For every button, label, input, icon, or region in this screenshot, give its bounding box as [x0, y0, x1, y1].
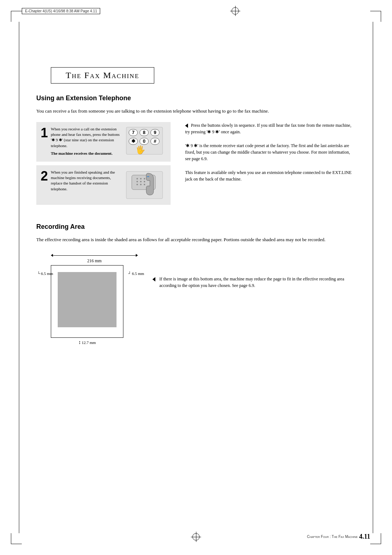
- svg-text:🖐: 🖐: [135, 145, 146, 155]
- left-bracket: └: [37, 271, 40, 276]
- left-border-line: [19, 22, 19, 533]
- right-note-3: This feature is available only when you …: [185, 169, 356, 182]
- diagram-right: If there is image at this bottom area, t…: [152, 254, 356, 289]
- page: E-Chapter 4(US) 4/16/98 8:38 AM Page 4.1…: [0, 0, 392, 555]
- recording-outer-box: └ 6.5 mm ┘ 6.5 mm ↕ 12.7 mm: [51, 265, 123, 338]
- svg-point-19: [136, 181, 138, 182]
- title-container: The Fax Machine: [36, 42, 370, 84]
- step-1-note: The machine receives the document.: [51, 151, 120, 156]
- svg-text:7: 7: [132, 130, 134, 135]
- right-border-line: [373, 22, 373, 533]
- footer-right: Chapter Four : The Fax Machine 4.11: [307, 533, 370, 540]
- keypad-svg: 7 8 9 ✱ 0: [124, 126, 164, 157]
- svg-point-24: [144, 184, 145, 185]
- step-2-row: 2 When you are finished speaking and the…: [41, 170, 166, 200]
- recording-intro: The effective recording area is inside t…: [36, 236, 356, 243]
- svg-point-16: [136, 178, 138, 179]
- svg-point-22: [136, 184, 138, 185]
- right-note-2: '✱ 9 ✱' is the remote receive start code…: [185, 142, 356, 162]
- right-bracket: ┘: [128, 271, 131, 276]
- bottom-dim-label: ↕ 12.7 mm: [78, 340, 96, 345]
- svg-point-20: [140, 181, 142, 182]
- corner-mark-top-right: [370, 11, 381, 22]
- step-1-box: 1 When you receive a call on the extensi…: [36, 122, 171, 162]
- title-box: The Fax Machine: [51, 67, 154, 84]
- svg-text:8: 8: [143, 130, 145, 135]
- footer-page-number: 4.11: [359, 533, 370, 540]
- header-text: E-Chapter 4(US) 4/16/98 8:38 AM Page 4.1…: [22, 8, 100, 14]
- recording-diagram: 216 mm └ 6.5 mm: [36, 254, 356, 338]
- step-2-box: 2 When you are finished speaking and the…: [36, 165, 171, 205]
- step-2-text: When you are finished speaking and the m…: [51, 170, 120, 192]
- corner-mark-bottom-left: [11, 533, 22, 544]
- diagram-note: If there is image at this bottom area, t…: [152, 276, 356, 289]
- page-footer: Chapter Four : The Fax Machine 4.11: [22, 533, 370, 540]
- bottom-tick: ↕: [78, 340, 81, 345]
- footer-center: [192, 533, 200, 540]
- step-2-text-col: When you are finished speaking and the m…: [51, 170, 120, 200]
- svg-point-18: [144, 178, 145, 179]
- step-2-image: [123, 170, 166, 200]
- header-center: [100, 7, 370, 15]
- recording-section: Recording Area The effective recording a…: [36, 223, 356, 338]
- svg-text:9: 9: [154, 130, 156, 135]
- step-2-number: 2: [41, 170, 48, 200]
- footer-chapter-text: Chapter Four : The Fax Machine: [307, 535, 358, 539]
- svg-text:✱: ✱: [131, 138, 135, 144]
- step-1-text: When you receive a call on the extension…: [51, 126, 120, 149]
- recording-inner-shaded: [58, 272, 117, 327]
- step-1-number: 1: [41, 126, 48, 157]
- right-dim-label: ┘ 6.5 mm: [128, 271, 144, 276]
- extension-intro: You can receive a fax from someone you a…: [36, 108, 356, 115]
- arrow-icon-2: [152, 277, 155, 281]
- right-note-1-text: Press the buttons slowly in sequence. If…: [185, 123, 351, 134]
- main-content: Using an Extension Telephone You can rec…: [22, 94, 370, 338]
- top-dim-line: [53, 255, 136, 256]
- right-note-3-text: This feature is available only when you …: [185, 170, 352, 182]
- top-dim-label: 216 mm: [51, 258, 138, 264]
- extension-right-notes: Press the buttons slowly in sequence. If…: [185, 122, 356, 208]
- svg-text:#: #: [154, 138, 156, 144]
- footer-crosshair: [192, 533, 200, 540]
- svg-point-17: [140, 178, 142, 179]
- page-header: E-Chapter 4(US) 4/16/98 8:38 AM Page 4.1…: [22, 7, 370, 15]
- right-note-1: Press the buttons slowly in sequence. If…: [185, 122, 356, 135]
- page-title: The Fax Machine: [66, 70, 139, 80]
- arrow-right-icon: [136, 254, 138, 257]
- extension-content: 1 When you receive a call on the extensi…: [36, 122, 356, 208]
- top-dimension: [51, 254, 138, 257]
- svg-point-23: [140, 184, 142, 185]
- header-crosshair: [232, 7, 239, 15]
- recording-box-wrapper: └ 6.5 mm ┘ 6.5 mm ↕ 12.7 mm: [51, 265, 138, 338]
- arrow-icon-1: [185, 123, 188, 128]
- diagram-left: 216 mm └ 6.5 mm: [36, 254, 138, 338]
- right-note-2-text: '✱ 9 ✱' is the remote receive start code…: [185, 143, 350, 161]
- step-1-image: 7 8 9 ✱ 0: [123, 126, 166, 157]
- left-dim-label: └ 6.5 mm: [37, 271, 53, 276]
- svg-point-21: [144, 181, 145, 182]
- recording-heading: Recording Area: [36, 223, 356, 231]
- extension-steps: 1 When you receive a call on the extensi…: [36, 122, 171, 208]
- extension-heading: Using an Extension Telephone: [36, 94, 356, 102]
- step-1-text-col: When you receive a call on the extension…: [51, 126, 120, 157]
- corner-mark-bottom-right: [370, 533, 381, 544]
- phone-svg: [124, 170, 164, 200]
- step-1-row: 1 When you receive a call on the extensi…: [41, 126, 166, 157]
- diagram-note-text: If there is image at this bottom area, t…: [159, 276, 356, 289]
- corner-mark-top-left: [11, 11, 22, 22]
- extension-section: Using an Extension Telephone You can rec…: [36, 94, 356, 208]
- svg-text:0: 0: [143, 138, 145, 144]
